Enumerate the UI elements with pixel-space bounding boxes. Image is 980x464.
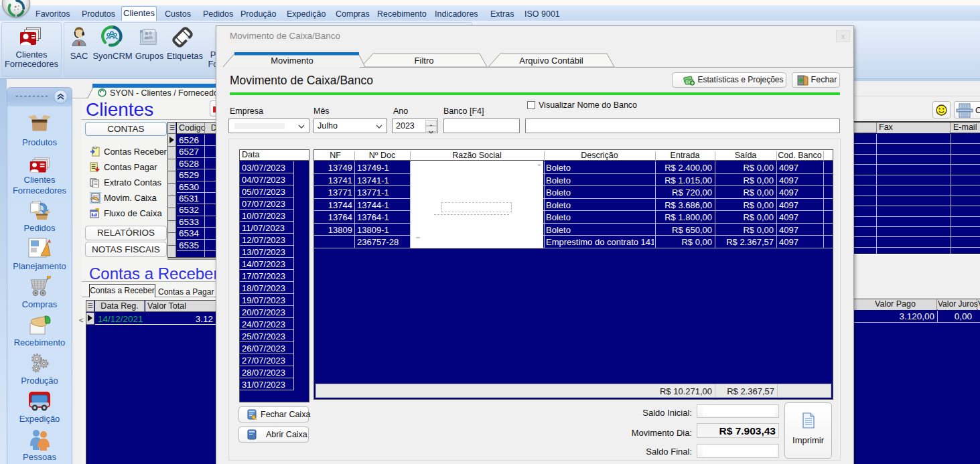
svg-text:Arquivo Contábil: Arquivo Contábil [519,56,583,66]
svg-text:Filtro: Filtro [415,56,434,66]
svg-text:Movimento: Movimento [271,56,313,66]
